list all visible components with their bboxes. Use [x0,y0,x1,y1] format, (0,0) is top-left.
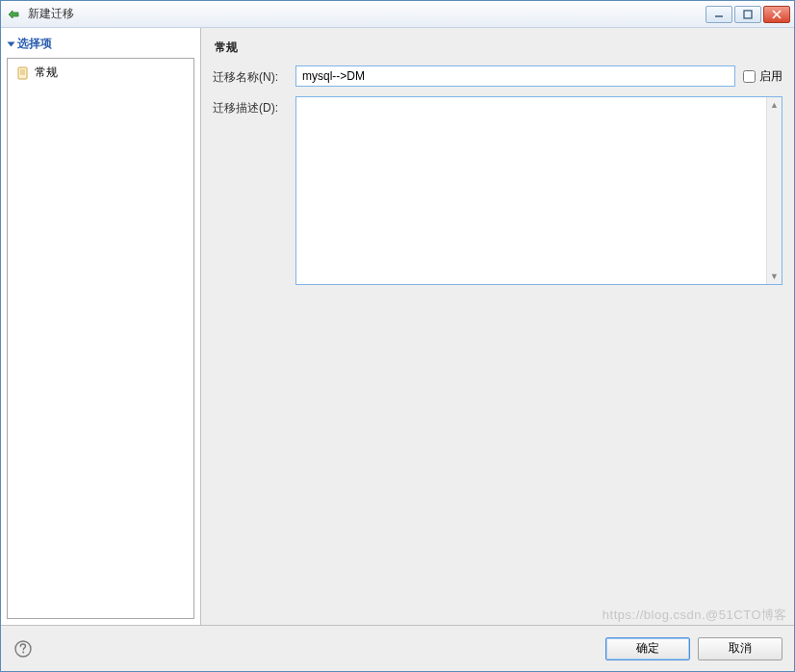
sidebar-header[interactable]: 选择项 [7,34,194,58]
titlebar: 新建迁移 [1,1,794,28]
input-migration-name[interactable] [295,65,735,87]
checkbox-enable[interactable] [743,70,756,83]
label-migration-name: 迁移名称(N): [213,65,288,86]
footer: 确定 取消 [1,625,794,671]
collapse-icon [8,41,15,46]
row-migration-name: 迁移名称(N): 启用 [213,65,782,87]
scroll-up-icon[interactable]: ▲ [767,97,782,113]
window-title: 新建迁移 [28,6,705,22]
window-controls [705,6,790,23]
help-button[interactable] [13,638,34,659]
svg-point-9 [22,651,24,653]
sidebar: 选择项 常规 [1,28,201,625]
sidebar-item-general[interactable]: 常规 [12,63,190,83]
textarea-wrap: ▲ ▼ [295,96,782,285]
ok-button[interactable]: 确定 [605,637,690,660]
textarea-migration-desc[interactable] [296,97,766,284]
svg-rect-1 [744,11,752,18]
dialog-window: 新建迁移 选择项 [0,0,795,672]
label-migration-desc: 迁移描述(D): [213,96,288,116]
document-icon [15,65,31,81]
app-icon [7,7,22,22]
section-title: 常规 [213,36,782,65]
close-button[interactable] [763,6,790,23]
sidebar-header-label: 选择项 [17,36,52,52]
content-area: 选择项 常规 常规 [1,28,794,625]
checkbox-enable-label: 启用 [759,68,782,85]
main-panel: 常规 迁移名称(N): 启用 迁移描述(D): ▲ ▼ [201,28,794,625]
svg-rect-4 [18,67,27,79]
cancel-button[interactable]: 取消 [698,637,782,660]
sidebar-tree: 常规 [7,58,194,619]
checkbox-enable-wrap[interactable]: 启用 [743,65,782,85]
sidebar-item-label: 常规 [35,65,58,81]
scrollbar[interactable]: ▲ ▼ [766,97,782,284]
row-migration-desc: 迁移描述(D): ▲ ▼ [213,96,782,285]
scroll-down-icon[interactable]: ▼ [767,269,782,284]
maximize-button[interactable] [734,6,761,23]
minimize-button[interactable] [705,6,732,23]
